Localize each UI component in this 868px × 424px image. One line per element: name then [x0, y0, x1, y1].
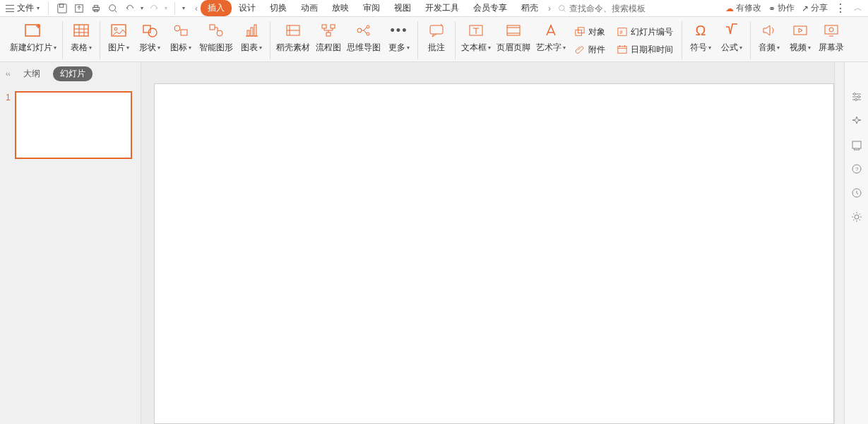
screen-record-icon	[822, 21, 840, 40]
svg-point-27	[367, 33, 369, 35]
svg-point-41	[855, 99, 857, 101]
pending-changes-button[interactable]: ☁ 有修改	[725, 2, 761, 14]
tab-membership[interactable]: 会员专享	[466, 0, 514, 16]
comment-button[interactable]: 批注	[424, 20, 449, 54]
more-menu-icon[interactable]: ⋮	[835, 1, 847, 15]
shape-button[interactable]: 形状▾	[137, 20, 162, 54]
svg-rect-9	[74, 25, 88, 36]
audio-button[interactable]: 音频▾	[756, 20, 782, 54]
comment-icon	[427, 21, 446, 40]
search-icon	[558, 4, 566, 13]
vertical-scrollbar[interactable]	[834, 62, 844, 424]
mindmap-button[interactable]: 思维导图	[347, 20, 381, 54]
symbol-button[interactable]: Ω 符号▾	[688, 20, 713, 54]
header-footer-button[interactable]: 页眉页脚	[497, 20, 530, 54]
file-menu[interactable]: 文件 ▾	[0, 2, 45, 14]
tab-slideshow[interactable]: 放映	[325, 0, 356, 16]
right-sidebar: ?	[844, 62, 868, 424]
tab-design[interactable]: 设计	[232, 0, 263, 16]
tab-animation[interactable]: 动画	[294, 0, 325, 16]
print-icon[interactable]	[90, 2, 102, 15]
tab-transition[interactable]: 切换	[263, 0, 294, 16]
share-label: 分享	[811, 2, 828, 14]
svg-rect-22	[322, 25, 326, 28]
save-icon[interactable]	[56, 2, 69, 15]
video-button[interactable]: 视频▾	[787, 20, 813, 54]
redo-dropdown-icon[interactable]: ▾	[165, 5, 167, 11]
pending-changes-label: 有修改	[736, 2, 761, 14]
slide-thumbnail[interactable]	[15, 91, 132, 159]
svg-rect-28	[430, 25, 443, 34]
collapse-ribbon-icon[interactable]: ︿	[854, 2, 862, 14]
svg-rect-19	[251, 28, 253, 36]
svg-point-38	[829, 28, 833, 32]
equation-icon	[723, 21, 741, 40]
command-search[interactable]	[558, 4, 654, 13]
svg-text:#: #	[620, 30, 623, 35]
export-icon[interactable]	[73, 2, 85, 15]
svg-rect-37	[825, 25, 838, 34]
tab-scroll-right[interactable]: ›	[545, 1, 554, 16]
flowchart-button[interactable]: 流程图	[316, 20, 341, 54]
chart-button[interactable]: 图表▾	[239, 20, 264, 54]
tab-review[interactable]: 审阅	[356, 0, 387, 16]
docer-material-button[interactable]: 稻壳素材	[276, 20, 310, 54]
sparkle-icon[interactable]	[850, 114, 863, 127]
wordart-button[interactable]: 艺术字▾	[536, 20, 566, 54]
textbox-button[interactable]: 文本框▾	[461, 20, 491, 54]
file-menu-label: 文件	[17, 2, 34, 14]
share-button[interactable]: ↗ 分享	[802, 2, 828, 14]
new-slide-label: 新建幻灯片	[10, 42, 52, 54]
object-button[interactable]: 对象	[571, 25, 608, 40]
svg-rect-30	[507, 25, 520, 35]
hamburger-icon	[6, 5, 14, 12]
slides-tab[interactable]: 幻灯片	[53, 66, 93, 81]
gear-icon[interactable]	[850, 211, 863, 223]
picture-button[interactable]: 图片▾	[106, 20, 131, 54]
command-search-input[interactable]	[569, 4, 654, 13]
attachment-button[interactable]: 附件	[571, 42, 608, 57]
more-button[interactable]: ••• 更多▾	[386, 20, 412, 54]
undo-dropdown-icon[interactable]: ▾	[141, 5, 143, 11]
icon-button[interactable]: 图标▾	[168, 20, 194, 54]
tab-scroll-left[interactable]: ‹	[192, 1, 201, 16]
textbox-icon	[467, 21, 485, 40]
help-icon[interactable]: ?	[850, 163, 863, 175]
object-icon	[574, 26, 585, 37]
smartart-button[interactable]: 智能图形	[199, 20, 233, 54]
table-button[interactable]: 表格▾	[69, 20, 94, 54]
chevron-down-icon: ▾	[37, 5, 40, 11]
slide-thumbnail-1[interactable]: 1	[6, 91, 135, 159]
template-icon[interactable]	[850, 139, 863, 151]
equation-button[interactable]: 公式▾	[719, 20, 744, 54]
tab-devtools[interactable]: 开发工具	[418, 0, 466, 16]
slide-canvas-area	[141, 62, 834, 424]
svg-point-39	[853, 93, 855, 95]
datetime-button[interactable]: 日期和时间	[614, 42, 676, 57]
svg-rect-18	[247, 30, 249, 36]
panel-collapse-icon[interactable]: ‹‹	[6, 70, 11, 78]
header-footer-icon	[504, 21, 523, 40]
tab-view[interactable]: 视图	[387, 0, 418, 16]
slide-canvas[interactable]	[154, 83, 834, 424]
redo-icon[interactable]	[148, 2, 160, 15]
people-icon: ⚭	[768, 4, 775, 13]
qat-customize-icon[interactable]: ▾	[182, 5, 185, 11]
slide-number-button[interactable]: #幻灯片编号	[614, 25, 676, 40]
mindmap-icon	[355, 21, 373, 40]
table-label: 表格	[71, 42, 88, 54]
print-preview-icon[interactable]	[107, 2, 119, 15]
clock-icon[interactable]	[850, 187, 863, 199]
new-slide-button[interactable]: 新建幻灯片▾	[10, 20, 57, 54]
collaborate-button[interactable]: ⚭ 协作	[768, 2, 795, 14]
settings-slider-icon[interactable]	[850, 90, 863, 103]
tab-docer[interactable]: 稻壳	[514, 0, 545, 16]
outline-tab[interactable]: 大纲	[16, 66, 47, 81]
undo-icon[interactable]	[124, 2, 136, 15]
material-icon	[284, 21, 302, 40]
chart-icon	[242, 21, 261, 40]
share-icon: ↗	[802, 4, 809, 13]
tab-insert[interactable]: 插入	[201, 0, 232, 16]
cloud-icon: ☁	[725, 4, 734, 13]
screen-record-button[interactable]: 屏幕录	[819, 20, 844, 54]
